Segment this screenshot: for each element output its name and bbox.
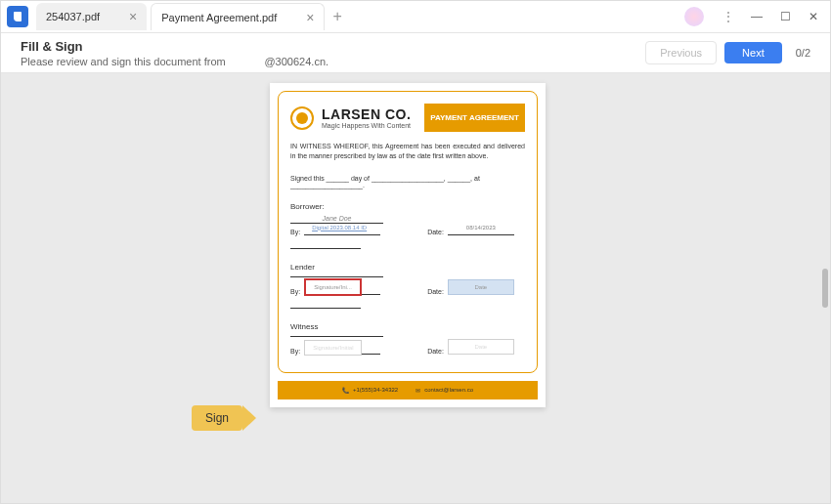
sign-here-indicator[interactable]: Sign bbox=[192, 405, 256, 431]
lender-signature-field[interactable]: Signature/Ini... bbox=[304, 278, 362, 296]
menu-dots-icon[interactable]: ⋮ bbox=[722, 9, 733, 24]
witness-clause: IN WITNESS WHEREOF, this Agreement has b… bbox=[290, 142, 525, 161]
tab-label: 254037.pdf bbox=[46, 11, 100, 22]
phone-icon: 📞 bbox=[342, 387, 349, 394]
lender-label: Lender bbox=[290, 263, 525, 272]
lender-extra-line bbox=[290, 301, 361, 309]
lender-date-field[interactable]: Date bbox=[448, 279, 514, 295]
page-count: 0/2 bbox=[796, 47, 810, 59]
vertical-scrollbar[interactable] bbox=[822, 269, 828, 308]
tab-label: Payment Agreement.pdf bbox=[161, 12, 277, 23]
add-tab-button[interactable]: + bbox=[332, 8, 341, 25]
date-label: Date: bbox=[427, 229, 444, 235]
close-icon[interactable]: × bbox=[306, 10, 314, 25]
ai-icon[interactable] bbox=[684, 7, 704, 26]
footer-phone: +1(555)34-34322 bbox=[353, 387, 398, 393]
company-name: LARSEN CO. bbox=[322, 106, 416, 122]
mail-icon: ✉ bbox=[416, 387, 420, 394]
borrower-label: Borrower: bbox=[290, 202, 525, 211]
by-label: By: bbox=[290, 348, 300, 355]
next-button[interactable]: Next bbox=[724, 42, 782, 63]
borrower-signature-field[interactable]: Digital 2023.08.14 ID bbox=[304, 221, 374, 234]
witness-date-field[interactable]: Date bbox=[448, 339, 514, 355]
toolbar: Fill & Sign Please review and sign this … bbox=[1, 33, 830, 73]
close-window-icon[interactable]: ✕ bbox=[809, 10, 818, 23]
borrower-date-field[interactable]: 08/14/2023 bbox=[448, 221, 514, 234]
maximize-icon[interactable]: ☐ bbox=[780, 10, 791, 23]
window-controls: ⋮ — ☐ ✕ bbox=[684, 7, 830, 26]
app-logo-icon bbox=[3, 2, 32, 31]
tab-document-1[interactable]: 254037.pdf × bbox=[36, 3, 147, 30]
date-label: Date: bbox=[427, 348, 444, 355]
document-footer: 📞+1(555)34-34322 ✉contact@larsen.co bbox=[278, 381, 538, 399]
tab-document-2[interactable]: Payment Agreement.pdf × bbox=[151, 3, 325, 30]
previous-button[interactable]: Previous bbox=[645, 41, 717, 64]
date-label: Date: bbox=[427, 288, 444, 295]
borrower-extra-line bbox=[290, 241, 361, 249]
by-label: By: bbox=[290, 288, 300, 295]
toolbar-title: Fill & Sign bbox=[21, 39, 328, 54]
by-label: By: bbox=[290, 229, 300, 235]
arrow-right-icon bbox=[242, 405, 256, 431]
sign-label: Sign bbox=[192, 405, 242, 431]
footer-email: contact@larsen.co bbox=[424, 387, 473, 393]
agreement-badge: PAYMENT AGREEMENT bbox=[424, 104, 525, 132]
company-tagline: Magic Happens With Content bbox=[322, 122, 416, 129]
pdf-page: LARSEN CO. Magic Happens With Content PA… bbox=[270, 83, 546, 407]
signed-date-line: Signed this ______ day of ______________… bbox=[290, 175, 525, 189]
minimize-icon[interactable]: — bbox=[751, 10, 763, 23]
witness-signature-field[interactable]: Signature/Initial bbox=[304, 340, 362, 356]
witness-label: Witness bbox=[290, 322, 525, 331]
app-header: 254037.pdf × Payment Agreement.pdf × + ⋮… bbox=[1, 1, 830, 33]
company-logo-icon bbox=[290, 106, 314, 130]
document-canvas: Sign LARSEN CO. Magic Happens With Conte… bbox=[1, 73, 830, 503]
close-icon[interactable]: × bbox=[129, 9, 137, 24]
toolbar-subtitle: Please review and sign this document fro… bbox=[21, 56, 328, 67]
